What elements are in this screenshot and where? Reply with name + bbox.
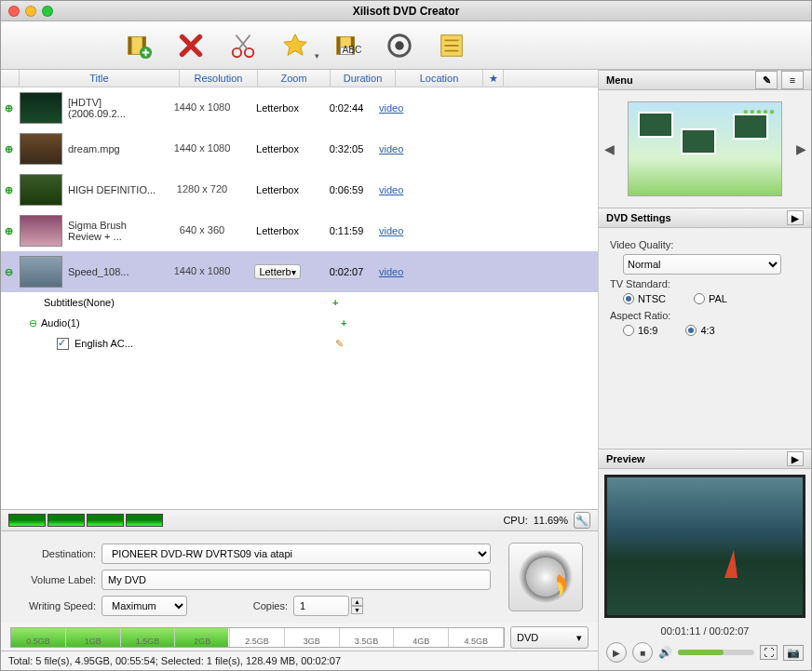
cell-zoom: Letterbox	[241, 184, 314, 195]
collapse-icon[interactable]: ⊖	[29, 317, 37, 329]
expand-preview-icon[interactable]: ▶	[787, 451, 804, 466]
cell-location[interactable]: video	[379, 225, 467, 236]
svg-rect-1	[129, 36, 132, 54]
preview-video[interactable]	[604, 475, 805, 618]
cell-title: Speed_108...	[66, 266, 163, 277]
collapse-icon[interactable]: ⊖	[1, 266, 16, 278]
radio-16-9[interactable]: 16:9	[623, 325, 657, 336]
col-zoom[interactable]: Zoom	[258, 70, 331, 87]
volume-icon[interactable]: 🔊	[658, 646, 672, 659]
radio-4-3[interactable]: 4:3	[685, 325, 714, 336]
audio-row[interactable]: ⊖ Audio(1) +	[1, 313, 598, 333]
radio-pal[interactable]: PAL	[694, 293, 727, 304]
burn-button[interactable]	[508, 543, 583, 611]
preview-timecode: 00:01:11 / 00:02:07	[599, 624, 811, 642]
cell-location[interactable]: video	[379, 184, 467, 195]
copies-up-icon[interactable]: ▲	[351, 597, 363, 606]
audio-track-checkbox[interactable]	[57, 338, 69, 350]
settings-heading: DVD Settings ▶	[599, 208, 811, 228]
cpu-bar: CPU:11.69% 🔧	[1, 509, 598, 531]
stop-button[interactable]: ■	[632, 642, 653, 663]
cell-resolution: 640 x 360	[163, 224, 241, 236]
subtitles-row[interactable]: Subtitles(None) +	[1, 292, 598, 313]
cell-duration: 0:02:44	[314, 102, 379, 114]
expand-icon[interactable]: ⊕	[1, 225, 16, 237]
cell-title: HIGH DEFINITIO...	[66, 184, 163, 195]
prev-template-icon[interactable]: ◀	[602, 141, 616, 156]
subtitle-button[interactable]: ABC	[331, 29, 364, 62]
list-menu-icon[interactable]: ≡	[781, 71, 804, 89]
play-button[interactable]: ▶	[606, 642, 627, 663]
svg-point-5	[245, 47, 253, 56]
expand-settings-icon[interactable]: ▶	[787, 210, 804, 225]
svg-rect-7	[337, 36, 341, 54]
table-row[interactable]: ⊕ [HDTV] (2006.09.2... 1440 x 1080 Lette…	[1, 87, 598, 128]
col-star[interactable]: ★	[483, 70, 504, 87]
cell-duration: 0:11:59	[314, 225, 379, 236]
thumbnail	[20, 133, 62, 165]
tv-standard-label: TV Standard:	[610, 278, 800, 289]
table-row[interactable]: ⊕ dream.mpg 1440 x 1080 Letterbox 0:32:0…	[1, 128, 598, 169]
writing-speed-select[interactable]: Maximum	[102, 596, 187, 616]
main-toolbar: ABC	[1, 21, 811, 70]
table-row[interactable]: ⊖ Speed_108... 1440 x 1080 Letterb ▾ 0:0…	[1, 251, 598, 292]
titlebar: Xilisoft DVD Creator	[1, 1, 811, 21]
volume-slider[interactable]	[678, 650, 754, 655]
cell-location[interactable]: video	[379, 143, 467, 154]
preview-panel: 00:01:11 / 00:02:07 ▶ ■ 🔊 ⛶ 📷	[599, 469, 811, 670]
cut-button[interactable]	[226, 29, 260, 62]
record-button[interactable]	[383, 29, 416, 62]
table-row[interactable]: ⊕ HIGH DEFINITIO... 1280 x 720 Letterbox…	[1, 169, 598, 210]
menu-template-thumbnail[interactable]: ●●●●●	[628, 101, 782, 196]
svg-point-12	[395, 41, 403, 49]
svg-point-4	[233, 47, 241, 56]
preview-heading: Preview ▶	[599, 449, 811, 469]
file-list: ⊕ [HDTV] (2006.09.2... 1440 x 1080 Lette…	[1, 87, 598, 354]
add-video-button[interactable]	[122, 29, 156, 62]
menu-heading: Menu ✎ ≡	[599, 70, 811, 90]
audio-track-row[interactable]: English AC... ✎	[1, 333, 598, 354]
copies-down-icon[interactable]: ▼	[351, 606, 363, 614]
cell-zoom[interactable]: Letterb ▾	[241, 264, 314, 279]
expand-icon[interactable]: ⊕	[1, 143, 16, 155]
col-resolution[interactable]: Resolution	[180, 70, 258, 87]
cpu-value: 11.69%	[534, 515, 568, 526]
table-header: Title Resolution Zoom Duration Location …	[1, 70, 598, 87]
chapters-button[interactable]	[435, 29, 468, 62]
cell-title: [HDTV] (2006.09.2...	[66, 97, 163, 119]
settings-icon[interactable]: 🔧	[574, 512, 590, 529]
snapshot-icon[interactable]: 📷	[783, 645, 804, 661]
cell-resolution: 1280 x 720	[163, 183, 241, 195]
col-duration[interactable]: Duration	[331, 70, 396, 87]
table-row[interactable]: ⊕ Sigma Brush Review + ... 640 x 360 Let…	[1, 210, 598, 251]
volume-label-input[interactable]	[102, 570, 491, 590]
writing-speed-label: Writing Speed:	[10, 600, 102, 611]
col-title[interactable]: Title	[20, 70, 180, 87]
fullscreen-icon[interactable]: ⛶	[760, 645, 778, 660]
favorite-button[interactable]	[278, 29, 312, 62]
edit-menu-icon[interactable]: ✎	[755, 71, 778, 89]
cpu-graphs	[8, 514, 163, 527]
cell-location[interactable]: video	[379, 266, 467, 277]
cell-location[interactable]: video	[379, 102, 467, 114]
thumbnail	[20, 215, 62, 247]
add-subtitle-icon[interactable]: +	[332, 297, 338, 308]
disc-type-select[interactable]: DVD▾	[510, 626, 589, 649]
col-location[interactable]: Location	[396, 70, 483, 87]
video-quality-label: Video Quality:	[610, 239, 800, 250]
copies-input[interactable]	[293, 596, 349, 616]
edit-audio-icon[interactable]: ✎	[335, 338, 344, 350]
expand-icon[interactable]: ⊕	[1, 102, 16, 114]
status-bar: Total: 5 file(s), 4.95GB, 00:55:54; Sele…	[1, 651, 598, 670]
add-audio-icon[interactable]: +	[341, 317, 346, 329]
radio-ntsc[interactable]: NTSC	[623, 293, 666, 304]
menu-template-area: ◀ ●●●●● ▶	[599, 90, 811, 208]
destination-label: Destination:	[10, 548, 102, 559]
expand-icon[interactable]: ⊕	[1, 184, 16, 196]
delete-button[interactable]	[174, 29, 208, 62]
next-template-icon[interactable]: ▶	[794, 141, 807, 156]
cell-duration: 0:06:59	[314, 184, 379, 195]
video-quality-select[interactable]: Normal	[623, 254, 781, 275]
destination-select[interactable]: PIONEER DVD-RW DVRTS09 via atapi	[102, 544, 491, 564]
destination-panel: Destination: PIONEER DVD-RW DVRTS09 via …	[1, 531, 598, 623]
